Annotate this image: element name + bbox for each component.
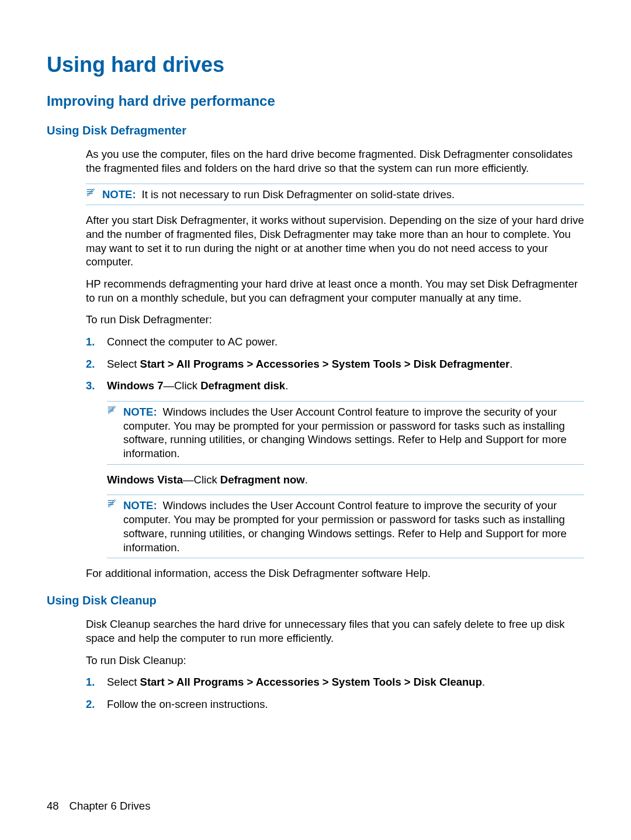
step-number: 2. xyxy=(86,357,107,371)
note-body: Windows includes the User Account Contro… xyxy=(123,499,567,553)
action-bold: Defragment disk xyxy=(200,379,285,392)
page-number: 48 xyxy=(47,800,59,812)
step-bold: Start > All Programs > Accessories > Sys… xyxy=(140,358,510,370)
paragraph: For additional information, access the D… xyxy=(86,566,584,580)
step-suffix: . xyxy=(285,379,288,392)
note-body: It is not necessary to run Disk Defragme… xyxy=(142,188,455,201)
note-label: NOTE: xyxy=(123,406,157,418)
os-name: Windows 7 xyxy=(107,379,163,392)
page-footer: 48Chapter 6 Drives xyxy=(47,799,150,813)
step-text: Connect the computer to AC power. xyxy=(107,335,584,349)
step-item: 2. Select Start > All Programs > Accesso… xyxy=(86,357,584,371)
step-item: 1. Connect the computer to AC power. xyxy=(86,335,584,349)
note-label: NOTE: xyxy=(102,188,136,201)
step-number: 1. xyxy=(86,335,107,349)
step-item: 1. Select Start > All Programs > Accesso… xyxy=(86,675,584,689)
os-name: Windows Vista xyxy=(107,473,183,486)
step-bold: Start > All Programs > Accessories > Sys… xyxy=(140,676,482,688)
paragraph: After you start Disk Defragmenter, it wo… xyxy=(86,213,584,269)
note-box: NOTE:Windows includes the User Account C… xyxy=(107,401,584,465)
step-prefix: Select xyxy=(107,358,140,370)
note-icon xyxy=(107,405,123,419)
step-item: 3. Windows 7—Click Defragment disk. xyxy=(86,379,584,393)
note-box: NOTE:It is not necessary to run Disk Def… xyxy=(86,184,584,206)
defrag-steps: 1. Connect the computer to AC power. 2. … xyxy=(86,335,584,393)
paragraph: As you use the computer, files on the ha… xyxy=(86,147,584,175)
step-mid: —Click xyxy=(163,379,200,392)
note-text: NOTE:Windows includes the User Account C… xyxy=(123,499,584,554)
note-icon xyxy=(107,499,123,513)
defragmenter-body-2: After you start Disk Defragmenter, it wo… xyxy=(86,213,584,580)
paragraph: To run Disk Defragmenter: xyxy=(86,313,584,327)
section-title: Improving hard drive performance xyxy=(47,92,584,110)
step-suffix: . xyxy=(305,473,308,486)
note-label: NOTE: xyxy=(123,499,157,511)
step-text: Follow the on-screen instructions. xyxy=(107,697,584,711)
step-mid: —Click xyxy=(183,473,220,486)
step-suffix: . xyxy=(509,358,512,370)
chapter-label: Chapter 6 Drives xyxy=(70,800,151,812)
subsection-defragmenter-title: Using Disk Defragmenter xyxy=(47,123,584,139)
step-number: 2. xyxy=(86,697,107,711)
step-vista: Windows Vista—Click Defragment now. xyxy=(107,473,584,487)
step-item: 2. Follow the on-screen instructions. xyxy=(86,697,584,711)
action-bold: Defragment now xyxy=(220,473,305,486)
note-box: NOTE:Windows includes the User Account C… xyxy=(107,495,584,558)
note-icon xyxy=(86,188,102,202)
paragraph: HP recommends defragmenting your hard dr… xyxy=(86,277,584,305)
paragraph: Disk Cleanup searches the hard drive for… xyxy=(86,617,584,645)
cleanup-steps: 1. Select Start > All Programs > Accesso… xyxy=(86,675,584,711)
subsection-cleanup-title: Using Disk Cleanup xyxy=(47,593,584,609)
step-number: 3. xyxy=(86,379,107,393)
step-prefix: Select xyxy=(107,676,140,688)
note-body: Windows includes the User Account Contro… xyxy=(123,406,567,459)
note-text: NOTE:Windows includes the User Account C… xyxy=(123,405,584,461)
step-number: 1. xyxy=(86,675,107,689)
step-text: Select Start > All Programs > Accessorie… xyxy=(107,357,584,371)
note-text: NOTE:It is not necessary to run Disk Def… xyxy=(102,188,584,202)
defragmenter-body: As you use the computer, files on the ha… xyxy=(86,147,584,175)
cleanup-body: Disk Cleanup searches the hard drive for… xyxy=(86,617,584,711)
step-text: Select Start > All Programs > Accessorie… xyxy=(107,675,584,689)
page-title: Using hard drives xyxy=(47,51,584,78)
paragraph: To run Disk Cleanup: xyxy=(86,654,584,668)
step-text: Windows 7—Click Defragment disk. xyxy=(107,379,584,393)
step-suffix: . xyxy=(482,676,485,688)
page-content: Using hard drives Improving hard drive p… xyxy=(47,51,584,720)
